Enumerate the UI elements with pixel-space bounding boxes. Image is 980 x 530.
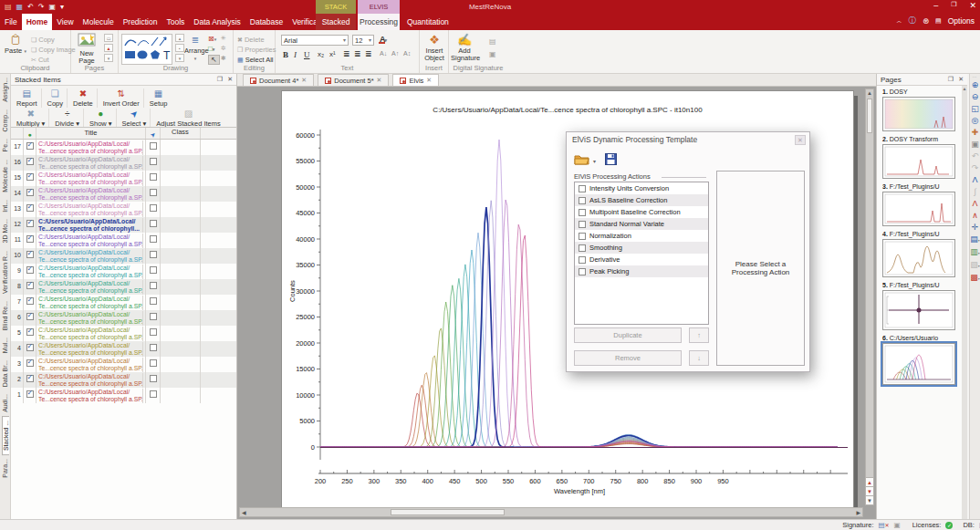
row-class-cell[interactable] bbox=[161, 372, 201, 388]
close-button[interactable]: ✕ bbox=[969, 1, 976, 10]
document-tab-close-icon[interactable]: ✕ bbox=[301, 77, 307, 84]
manual-icon[interactable]: ▤ bbox=[935, 17, 942, 25]
table-row[interactable]: 10C:/Users/Usuario/AppData/Local/Te...ce… bbox=[11, 248, 236, 264]
table-row[interactable]: 6C:/Users/Usuario/AppData/Local/Te...cen… bbox=[11, 310, 236, 326]
horizontal-scrollbar[interactable]: ◀▶ bbox=[239, 507, 863, 517]
arrange-button[interactable]: ≣ Arrange ▾ bbox=[184, 33, 206, 62]
table-row[interactable]: 8C:/Users/Usuario/AppData/Local/Te...cen… bbox=[11, 279, 236, 295]
verify-signature-icon[interactable]: ▤ bbox=[489, 37, 496, 46]
show-button[interactable]: ●Show ▾ bbox=[86, 109, 117, 128]
delete-button[interactable]: ✖Delete bbox=[237, 36, 265, 44]
slideshow-icon[interactable]: ▭ bbox=[104, 34, 113, 42]
action-checkbox[interactable] bbox=[579, 244, 586, 252]
row-pin-checkbox[interactable] bbox=[146, 295, 161, 310]
adjust-stacked-items-button[interactable]: ▨Adjust Stacked Items bbox=[152, 109, 224, 128]
setup-button[interactable]: ▦Setup bbox=[146, 88, 172, 108]
tab-stacked[interactable]: Stacked bbox=[316, 14, 356, 30]
action-item-normalization[interactable]: Normalization bbox=[575, 230, 708, 242]
tab-tools[interactable]: Tools bbox=[162, 14, 189, 30]
table-row[interactable]: 7C:/Users/Usuario/AppData/Local/Te...cen… bbox=[11, 295, 236, 310]
table-row[interactable]: 17C:/Users/Usuario/AppData/Local/Te...ce… bbox=[11, 140, 236, 155]
row-pin-checkbox[interactable] bbox=[146, 233, 161, 248]
zoom-out-icon[interactable]: ⊖ bbox=[970, 91, 980, 103]
collapse-ribbon-icon[interactable]: ︿ bbox=[896, 17, 902, 26]
copy-button[interactable]: ❏Copy bbox=[44, 88, 68, 108]
overlay-mode-icon[interactable]: ▥▾ bbox=[970, 246, 980, 259]
shape-next-icon[interactable]: ▾ bbox=[175, 54, 184, 62]
redo-icon[interactable]: ↷ bbox=[38, 4, 45, 11]
checked-checkbox-icon[interactable] bbox=[26, 158, 34, 165]
row-pin-checkbox[interactable] bbox=[146, 279, 161, 295]
row-class-cell[interactable] bbox=[161, 388, 201, 403]
checked-checkbox-icon[interactable] bbox=[26, 142, 34, 150]
unchecked-checkbox-icon[interactable] bbox=[150, 328, 157, 336]
document-tab-close-icon[interactable]: ✕ bbox=[377, 77, 382, 84]
h-scroll-thumb[interactable] bbox=[391, 509, 505, 515]
multiply-button[interactable]: ✖Multiply ▾ bbox=[13, 109, 49, 128]
table-row[interactable]: 11C:/Users/Usuario/AppData/Local/Te...ce… bbox=[11, 233, 236, 248]
row-visible-checkbox[interactable] bbox=[24, 155, 36, 171]
row-class-cell[interactable] bbox=[161, 202, 201, 217]
row-class-cell[interactable] bbox=[161, 341, 201, 357]
delete-button[interactable]: ✖Delete bbox=[69, 88, 98, 108]
open-template-icon[interactable] bbox=[574, 152, 589, 169]
unchecked-checkbox-icon[interactable] bbox=[150, 359, 157, 367]
row-pin-checkbox[interactable] bbox=[146, 357, 161, 372]
cut-button[interactable]: ✂Cut bbox=[31, 56, 49, 64]
unchecked-checkbox-icon[interactable] bbox=[150, 266, 157, 274]
line-spacing-button[interactable]: A↕ bbox=[403, 50, 411, 57]
action-checkbox[interactable] bbox=[579, 221, 586, 228]
checked-checkbox-icon[interactable] bbox=[26, 220, 34, 227]
tab-database[interactable]: Database bbox=[245, 14, 287, 30]
table-row[interactable]: 1C:/Users/Usuario/AppData/Local/Te...cen… bbox=[11, 388, 236, 403]
insert-object-button[interactable]: ❖ Insert Object bbox=[421, 33, 448, 62]
unchecked-checkbox-icon[interactable] bbox=[150, 344, 157, 351]
close-panel-icon[interactable]: ✕ bbox=[227, 76, 233, 83]
row-class-cell[interactable] bbox=[161, 264, 201, 279]
row-pin-checkbox[interactable] bbox=[146, 310, 161, 326]
row-visible-checkbox[interactable] bbox=[24, 279, 36, 295]
delete-shape-button[interactable]: ⊠▾ bbox=[208, 35, 216, 43]
row-class-cell[interactable] bbox=[161, 326, 201, 341]
v-scroll-down-arrow[interactable]: ▼ bbox=[866, 495, 873, 504]
action-item-multipoint-baseline-correction[interactable]: Multipoint Baseline Correction bbox=[575, 206, 708, 218]
unchecked-checkbox-icon[interactable] bbox=[150, 390, 157, 398]
row-class-cell[interactable] bbox=[161, 310, 201, 326]
document-tab-document-4-[interactable]: Document 4*✕ bbox=[243, 74, 314, 86]
page-thumbnail[interactable] bbox=[882, 192, 955, 226]
sidebar-tab-int[interactable]: Int... bbox=[2, 196, 8, 216]
row-pin-checkbox[interactable] bbox=[146, 264, 161, 279]
row-class-cell[interactable] bbox=[161, 248, 201, 264]
row-class-cell[interactable] bbox=[161, 140, 201, 155]
row-pin-checkbox[interactable] bbox=[146, 186, 161, 202]
pan-icon[interactable]: ✚ bbox=[970, 127, 980, 139]
multiplet-icon[interactable]: ∧ bbox=[970, 210, 980, 222]
document-tab-elvis[interactable]: Elvis✕ bbox=[392, 74, 439, 86]
bold-button[interactable]: B bbox=[283, 50, 288, 59]
action-item-smoothing[interactable]: Smoothing bbox=[575, 242, 708, 254]
checked-checkbox-icon[interactable] bbox=[26, 313, 34, 320]
checked-checkbox-icon[interactable] bbox=[26, 297, 34, 305]
unchecked-checkbox-icon[interactable] bbox=[150, 282, 157, 289]
full-view-icon[interactable]: ◱ bbox=[970, 103, 980, 115]
checked-checkbox-icon[interactable] bbox=[26, 266, 34, 274]
crosshair-icon[interactable]: ✛ bbox=[970, 222, 980, 234]
copy-image-button[interactable]: ❏Copy Image bbox=[31, 46, 76, 54]
shrink-font-button[interactable]: A↓ bbox=[380, 50, 387, 57]
action-item-intensity-units-conversion[interactable]: Intensity Units Conversion bbox=[575, 182, 708, 194]
float-pages-icon[interactable]: ❐ bbox=[948, 76, 954, 83]
move-up-button[interactable]: ↑ bbox=[689, 327, 709, 343]
page-item-1[interactable]: 1. DOSY bbox=[877, 86, 962, 133]
options-menu[interactable]: Options bbox=[948, 16, 975, 26]
checked-checkbox-icon[interactable] bbox=[26, 375, 34, 382]
checked-checkbox-icon[interactable] bbox=[26, 204, 34, 212]
copy-button[interactable]: ❏Copy bbox=[31, 36, 55, 44]
select-button[interactable]: ➤Select ▾ bbox=[119, 109, 151, 128]
sidebar-tab-assign[interactable]: Assign... bbox=[2, 74, 8, 106]
action-checkbox[interactable] bbox=[579, 209, 586, 216]
undo-icon[interactable]: ↶ bbox=[27, 4, 34, 11]
row-pin-checkbox[interactable] bbox=[146, 171, 161, 186]
save-template-icon[interactable] bbox=[605, 152, 617, 169]
class-column-header[interactable]: Class bbox=[161, 128, 201, 139]
row-class-cell[interactable] bbox=[161, 357, 201, 372]
